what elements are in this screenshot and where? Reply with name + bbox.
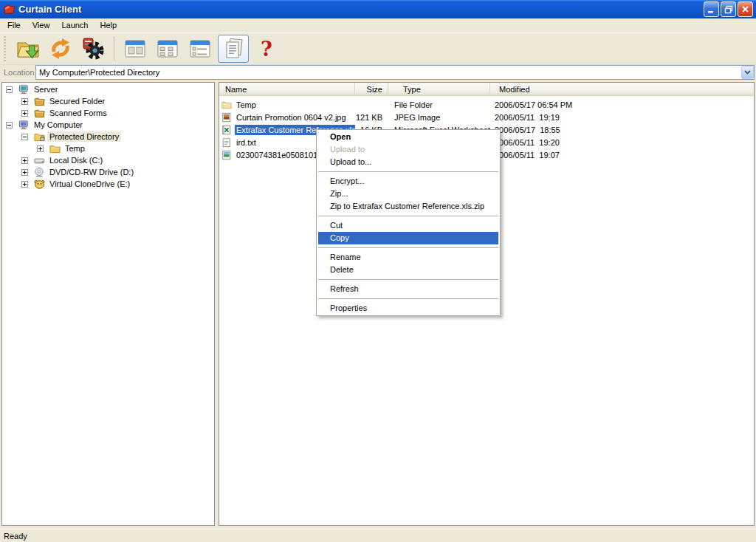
list-view-button[interactable] xyxy=(184,34,216,64)
folder-icon xyxy=(49,143,61,154)
minimize-button[interactable] xyxy=(704,1,719,17)
expand-toggle-icon[interactable] xyxy=(21,181,28,188)
location-combobox[interactable]: My Computer\Protected Directory xyxy=(35,65,755,80)
collapse-toggle-icon[interactable] xyxy=(6,86,13,93)
tree-item-protected-directory[interactable]: Protected Directory xyxy=(2,131,214,143)
location-bar: Location My Computer\Protected Directory xyxy=(0,65,756,82)
chevron-down-icon xyxy=(744,70,751,75)
help-icon: ? xyxy=(261,38,272,61)
image-file-icon xyxy=(221,150,232,160)
open-folder-icon xyxy=(16,37,41,61)
protected-directory-icon xyxy=(34,131,45,143)
tree-item-scanned-forms[interactable]: Scanned Forms xyxy=(2,107,214,119)
minimize-icon xyxy=(707,5,715,13)
small-icons-view-icon xyxy=(156,37,179,61)
tree-item-my-computer[interactable]: My Computer xyxy=(2,119,214,131)
restore-button[interactable] xyxy=(721,1,736,17)
text-document-icon xyxy=(221,137,232,148)
scanned-forms-icon xyxy=(34,108,45,119)
column-header-modified[interactable]: Modified xyxy=(490,83,754,95)
collapse-toggle-icon[interactable] xyxy=(21,134,28,140)
context-menu-upload-to[interactable]: Upload to... xyxy=(317,156,500,168)
secured-folder-icon xyxy=(34,96,45,107)
column-header-type[interactable]: Type xyxy=(388,83,490,95)
open-protected-folder-button[interactable] xyxy=(12,34,44,64)
context-menu-delete[interactable]: Delete xyxy=(317,264,500,276)
context-menu-separator xyxy=(317,295,500,302)
expand-toggle-icon[interactable] xyxy=(37,145,44,152)
app-icon xyxy=(3,3,16,16)
toolbar: ? xyxy=(0,32,756,65)
expand-toggle-icon[interactable] xyxy=(21,157,28,164)
window-title: Curtain Client xyxy=(18,4,702,15)
details-view-icon xyxy=(221,37,245,61)
jpeg-image-icon xyxy=(221,112,232,123)
context-menu-properties[interactable]: Properties xyxy=(317,302,500,315)
location-dropdown-button[interactable] xyxy=(741,66,754,79)
refresh-button[interactable] xyxy=(44,34,77,64)
context-menu-separator xyxy=(317,276,500,283)
status-text: Ready xyxy=(4,532,27,541)
my-computer-icon xyxy=(18,120,30,131)
context-menu-rename[interactable]: Rename xyxy=(317,251,500,264)
menu-bar: File View Launch Help xyxy=(0,18,756,32)
folder-tree-panel: Server Secured Folder Scanned Forms xyxy=(1,82,215,526)
close-icon xyxy=(741,5,749,13)
expand-toggle-icon[interactable] xyxy=(21,169,28,176)
menu-launch[interactable]: Launch xyxy=(55,19,94,32)
context-menu: Open Upload to Upload to... Encrypt... Z… xyxy=(316,129,501,316)
restore-icon xyxy=(724,5,733,14)
small-icons-view-button[interactable] xyxy=(151,34,184,64)
settings-button[interactable] xyxy=(77,34,109,64)
expand-toggle-icon[interactable] xyxy=(21,110,28,117)
file-row-curtain-promotion[interactable]: Curtain Promotion 0604 v2.jpg 121 KB JPE… xyxy=(219,111,754,123)
menu-view[interactable]: View xyxy=(27,19,56,32)
context-menu-separator xyxy=(317,244,500,251)
column-header-name[interactable]: Name xyxy=(219,83,355,95)
toolbar-separator xyxy=(114,36,114,61)
context-menu-zip-to[interactable]: Zip to Extrafax Customer Reference.xls.z… xyxy=(317,200,500,213)
context-menu-upload-to-disabled: Upload to xyxy=(317,143,500,156)
menu-file[interactable]: File xyxy=(1,19,27,32)
context-menu-zip[interactable]: Zip... xyxy=(317,188,500,200)
context-menu-separator xyxy=(317,213,500,219)
context-menu-separator xyxy=(317,168,500,175)
context-menu-open[interactable]: Open xyxy=(317,131,500,143)
list-view-icon xyxy=(188,37,212,61)
tree-item-virtual-clonedrive-e[interactable]: Virtual CloneDrive (E:) xyxy=(2,178,214,190)
close-button[interactable] xyxy=(738,1,753,17)
folder-icon xyxy=(221,100,232,110)
details-view-button[interactable] xyxy=(218,35,249,63)
context-menu-encrypt[interactable]: Encrypt... xyxy=(317,175,500,188)
curtain-client-window: { "window": { "title": "Curtain Client",… xyxy=(0,0,756,542)
refresh-icon xyxy=(49,37,72,61)
tree-item-secured-folder[interactable]: Secured Folder xyxy=(2,95,214,107)
context-menu-cut[interactable]: Cut xyxy=(317,219,500,232)
tree-item-server[interactable]: Server xyxy=(2,83,214,95)
file-row-temp[interactable]: Temp File Folder 2006/05/17 06:54 PM xyxy=(219,98,754,111)
list-header: Name Size Type Modified xyxy=(219,83,754,96)
clonedrive-sheep-icon xyxy=(34,179,45,190)
help-button[interactable]: ? xyxy=(250,34,283,64)
expand-toggle-icon[interactable] xyxy=(21,98,28,105)
tree-item-temp[interactable]: Temp xyxy=(2,143,214,154)
tree-item-local-disk-c[interactable]: Local Disk (C:) xyxy=(2,154,214,166)
collapse-toggle-icon[interactable] xyxy=(6,122,13,128)
tree-item-dvd-drive-d[interactable]: DVD/CD-RW Drive (D:) xyxy=(2,166,214,178)
location-value[interactable]: My Computer\Protected Directory xyxy=(39,68,741,77)
title-bar: Curtain Client xyxy=(0,0,756,18)
toolbar-grip[interactable] xyxy=(4,36,6,61)
optical-drive-icon xyxy=(34,167,45,178)
server-icon xyxy=(18,84,30,95)
hard-disk-icon xyxy=(34,155,45,166)
context-menu-copy[interactable]: Copy xyxy=(318,232,498,244)
settings-gear-icon xyxy=(81,37,105,61)
menu-help[interactable]: Help xyxy=(94,19,123,32)
location-label: Location xyxy=(4,68,35,77)
large-icons-view-icon xyxy=(123,37,147,61)
excel-worksheet-icon xyxy=(221,125,232,135)
large-icons-view-button[interactable] xyxy=(119,34,151,64)
context-menu-refresh[interactable]: Refresh xyxy=(317,283,500,295)
column-header-size[interactable]: Size xyxy=(355,83,388,95)
status-bar: Ready xyxy=(0,529,756,542)
